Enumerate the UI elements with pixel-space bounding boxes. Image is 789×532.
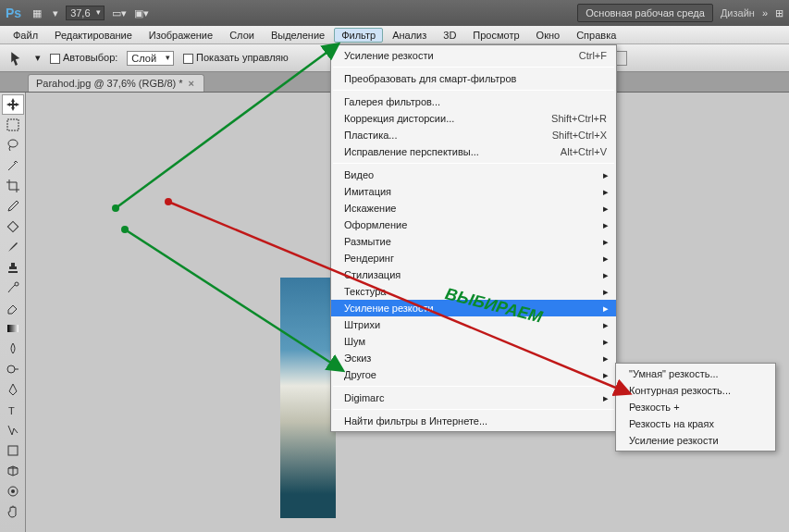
blur-tool[interactable] xyxy=(2,339,24,359)
menu-window[interactable]: Окно xyxy=(529,28,568,43)
filter-digimarc[interactable]: Digimarc▸ xyxy=(331,390,616,406)
filter-group-render[interactable]: Рендеринг▸ xyxy=(331,250,616,266)
submenu-smart-sharpen[interactable]: "Умная" резкость... xyxy=(616,365,775,382)
arrange-icon: ▾ xyxy=(53,7,58,19)
filter-dropdown: Усиление резкостиCtrl+F Преобразовать дл… xyxy=(330,44,617,432)
stamp-tool[interactable] xyxy=(2,257,24,278)
svg-rect-2 xyxy=(7,221,18,231)
toolbox: T xyxy=(0,93,26,532)
svg-rect-0 xyxy=(7,119,18,130)
eraser-tool[interactable] xyxy=(2,298,24,318)
document-tab[interactable]: Parahod.jpg @ 37,6% (RGB/8) * × xyxy=(28,74,204,92)
menu-layers[interactable]: Слои xyxy=(222,28,262,43)
type-tool[interactable]: T xyxy=(2,400,24,420)
autoselect-checkbox[interactable] xyxy=(50,54,60,64)
healing-tool[interactable] xyxy=(2,217,24,237)
lasso-tool[interactable] xyxy=(2,135,24,155)
svg-point-3 xyxy=(15,282,18,286)
filter-group-video[interactable]: Видео▸ xyxy=(331,167,616,183)
move-tool-icon xyxy=(9,50,26,67)
3d-tool[interactable] xyxy=(2,461,24,481)
filter-smart[interactable]: Преобразовать для смарт-фильтров xyxy=(331,70,616,87)
eyedropper-tool[interactable] xyxy=(2,196,24,217)
hand-tool[interactable] xyxy=(2,501,24,522)
move-tool[interactable] xyxy=(2,94,24,115)
screen-mode-icon[interactable]: ▣▾ xyxy=(134,7,149,19)
menu-select[interactable]: Выделение xyxy=(264,28,332,43)
titlebar: Ps ▦ ▾ 37,6 ▭▾ ▣▾ Основная рабочая среда… xyxy=(0,0,789,26)
svg-point-5 xyxy=(7,365,15,373)
filter-group-noise[interactable]: Шум▸ xyxy=(331,333,616,350)
filter-last[interactable]: Усиление резкостиCtrl+F xyxy=(331,47,616,64)
camera-tool[interactable] xyxy=(2,481,24,501)
dodge-tool[interactable] xyxy=(2,359,24,379)
filter-group-artistic[interactable]: Имитация▸ xyxy=(331,183,616,200)
history-brush-tool[interactable] xyxy=(2,278,24,298)
menu-edit[interactable]: Редактирование xyxy=(47,28,140,43)
menu-image[interactable]: Изображение xyxy=(142,28,220,43)
wand-tool[interactable] xyxy=(2,155,24,176)
layer-select[interactable]: Слой xyxy=(127,51,174,66)
menu-filter[interactable]: Фильтр xyxy=(334,28,383,43)
filter-group-blur[interactable]: Размытие▸ xyxy=(331,233,616,250)
menubar: Файл Редактирование Изображение Слои Выд… xyxy=(0,26,789,44)
path-tool[interactable] xyxy=(2,420,24,440)
workspace-button[interactable]: Основная рабочая среда xyxy=(577,4,713,22)
menu-3d[interactable]: 3D xyxy=(436,28,463,43)
show-controls-label: Показать управляю xyxy=(183,52,289,64)
filter-liquify[interactable]: Пластика...Shift+Ctrl+X xyxy=(331,127,616,143)
menu-view[interactable]: Просмотр xyxy=(465,28,526,43)
filter-online[interactable]: Найти фильтры в Интернете... xyxy=(331,413,616,429)
gradient-tool[interactable] xyxy=(2,318,24,339)
show-controls-checkbox[interactable] xyxy=(183,54,193,64)
filter-group-other[interactable]: Другое▸ xyxy=(331,366,616,383)
filter-gallery[interactable]: Галерея фильтров... xyxy=(331,93,616,110)
filter-lens[interactable]: Коррекция дисторсии...Shift+Ctrl+R xyxy=(331,110,616,127)
crop-tool[interactable] xyxy=(2,176,24,196)
filter-group-pixelate[interactable]: Оформление▸ xyxy=(331,217,616,233)
close-tab-icon[interactable]: × xyxy=(189,78,194,89)
submenu-unsharp-mask[interactable]: Контурная резкость... xyxy=(616,382,775,399)
chevrons-icon[interactable]: » xyxy=(762,7,768,19)
submenu-sharpen-more[interactable]: Резкость + xyxy=(616,399,775,415)
shape-tool[interactable] xyxy=(2,440,24,461)
filter-vanish[interactable]: Исправление перспективы...Alt+Ctrl+V xyxy=(331,143,616,160)
document-image xyxy=(280,278,336,518)
app-logo: Ps xyxy=(6,6,21,20)
filter-group-stylize[interactable]: Стилизация▸ xyxy=(331,266,616,283)
filter-group-brushstrokes[interactable]: Штрихи▸ xyxy=(331,316,616,333)
filter-group-sketch[interactable]: Эскиз▸ xyxy=(331,350,616,366)
svg-point-1 xyxy=(8,140,18,147)
svg-rect-7 xyxy=(8,446,18,455)
sharpen-submenu: "Умная" резкость... Контурная резкость..… xyxy=(615,363,776,452)
filter-group-distort[interactable]: Искажение▸ xyxy=(331,200,616,217)
svg-text:T: T xyxy=(8,405,15,416)
document-tab-label: Parahod.jpg @ 37,6% (RGB/8) * xyxy=(36,78,183,89)
svg-rect-4 xyxy=(7,325,18,332)
submenu-sharpen-edges[interactable]: Резкость на краях xyxy=(616,415,775,432)
autoselect-label: Автовыбор: xyxy=(50,52,117,64)
bridge-icon[interactable]: ▦ xyxy=(29,5,45,21)
menu-help[interactable]: Справка xyxy=(569,28,623,43)
menu-file[interactable]: Файл xyxy=(6,28,45,43)
submenu-sharpen[interactable]: Усиление резкости xyxy=(616,432,775,449)
brush-tool[interactable] xyxy=(2,237,24,257)
zoom-dropdown[interactable]: 37,6 xyxy=(66,6,104,20)
arrange-docs-icon[interactable]: ▭▾ xyxy=(112,7,127,19)
menu-analysis[interactable]: Анализ xyxy=(385,28,434,43)
pen-tool[interactable] xyxy=(2,379,24,400)
search-icon[interactable]: ⊞ xyxy=(775,7,783,19)
design-label[interactable]: Дизайн xyxy=(721,7,755,19)
marquee-tool[interactable] xyxy=(2,115,24,135)
svg-point-9 xyxy=(11,489,15,493)
